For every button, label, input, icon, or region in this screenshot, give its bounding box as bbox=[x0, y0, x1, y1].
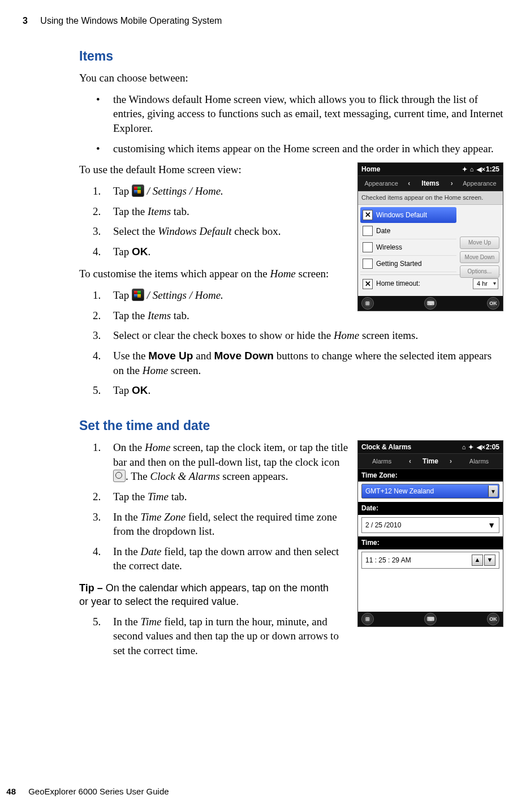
keyboard-icon[interactable]: ⌨ bbox=[424, 613, 437, 625]
timeout-label: Home timeout: bbox=[376, 279, 420, 288]
tip: Tip – On the calendar which appears, tap… bbox=[79, 581, 339, 609]
shot-titlebar: Home ✦ ⌂ ◀× 1:25 bbox=[358, 163, 503, 175]
step: On the Home screen, tap the clock item, … bbox=[79, 440, 373, 484]
date-field[interactable]: 2 / 25 /2010 ▼ bbox=[361, 517, 499, 534]
step: Tap the Time tab. bbox=[79, 489, 373, 504]
timezone-select[interactable]: GMT+12 New Zealand ▼ bbox=[361, 484, 499, 499]
heading-set-time: Set the time and date bbox=[79, 417, 503, 435]
dropdown-icon[interactable]: ▼ bbox=[488, 486, 498, 497]
step: Tap / Settings / Home. bbox=[79, 288, 503, 303]
start-icon bbox=[132, 184, 144, 197]
step: In the Date field, tap the down arrow an… bbox=[79, 544, 373, 573]
page-number: 48 bbox=[0, 787, 16, 796]
tray-icons: ✦ ⌂ ◀× bbox=[462, 165, 486, 174]
bullet: the Windows default Home screen view, wh… bbox=[79, 92, 503, 136]
shot-clock: 1:25 bbox=[486, 165, 499, 174]
step: Select the Windows Default check box. bbox=[79, 224, 503, 239]
checkbox-icon[interactable] bbox=[363, 259, 373, 269]
shot-bottombar: ⊞ ⌨ OK bbox=[358, 612, 503, 626]
time-label: Time: bbox=[358, 536, 503, 549]
step: Use the Move Up and Move Down buttons to… bbox=[79, 349, 503, 377]
chevron-left-icon[interactable]: ‹ bbox=[406, 457, 415, 466]
date-label: Date: bbox=[358, 502, 503, 514]
timezone-label: Time Zone: bbox=[358, 469, 503, 482]
chapter-number: 3 bbox=[23, 16, 28, 25]
items-bullet-list: the Windows default Home screen view, wh… bbox=[79, 92, 503, 156]
tab-right[interactable]: Alarms bbox=[455, 457, 503, 466]
screenshot-clock-alarms: Clock & Alarms ⌂ ✦ ◀× 2:05 Alarms ‹ Time… bbox=[357, 440, 503, 627]
tip-label: Tip – bbox=[79, 582, 106, 594]
checkbox-icon[interactable]: ✕ bbox=[363, 279, 373, 289]
dropdown-icon[interactable]: ▼ bbox=[488, 520, 495, 531]
time-spinner[interactable]: ▲ ▼ bbox=[472, 555, 495, 566]
clock-icon bbox=[113, 470, 126, 482]
step: In the Time field, tap in turn the hour,… bbox=[79, 615, 373, 658]
items-intro: You can choose between: bbox=[79, 71, 503, 85]
step: Tap the Items tab. bbox=[79, 308, 503, 323]
footer: 48 GeoExplorer 6000 Series User Guide bbox=[0, 787, 169, 796]
step: Select or clear the check boxes to show … bbox=[79, 328, 503, 343]
step: Tap / Settings / Home. bbox=[79, 184, 503, 199]
chevron-right-icon[interactable]: › bbox=[446, 457, 455, 466]
tab-mid[interactable]: Time bbox=[415, 457, 446, 466]
tip-text: On the calendar which appears, tap on th… bbox=[79, 582, 329, 607]
shot-titlebar: Clock & Alarms ⌂ ✦ ◀× 2:05 bbox=[358, 441, 503, 453]
up-arrow-icon[interactable]: ▲ bbox=[472, 555, 483, 566]
down-arrow-icon[interactable]: ▼ bbox=[484, 555, 495, 566]
tray-icons: ⌂ ✦ ◀× bbox=[462, 443, 486, 452]
shot-title: Home bbox=[361, 165, 380, 174]
shot-tabbar: Alarms ‹ Time › Alarms bbox=[358, 453, 503, 469]
ok-button[interactable]: OK bbox=[487, 613, 499, 625]
heading-items: Items bbox=[79, 48, 503, 65]
step: In the Time Zone field, select the requi… bbox=[79, 510, 373, 539]
step: Tap OK. bbox=[79, 383, 503, 398]
shot-clock: 2:05 bbox=[486, 442, 499, 452]
start-icon bbox=[132, 289, 144, 301]
step: Tap OK. bbox=[79, 244, 503, 259]
step: Tap the Items tab. bbox=[79, 204, 503, 219]
chapter-title: Using the Windows Mobile Operating Syste… bbox=[40, 16, 222, 25]
running-header: 3 Using the Windows Mobile Operating Sys… bbox=[23, 16, 503, 26]
list-item-label: Getting Started bbox=[376, 259, 422, 268]
bullet: customising which items appear on the Ho… bbox=[79, 141, 503, 156]
book-title: GeoExplorer 6000 Series User Guide bbox=[28, 787, 169, 796]
options-button[interactable]: Options... bbox=[460, 265, 499, 278]
time-field[interactable]: 11 : 25 : 29 AM ▲ ▼ bbox=[361, 552, 499, 569]
